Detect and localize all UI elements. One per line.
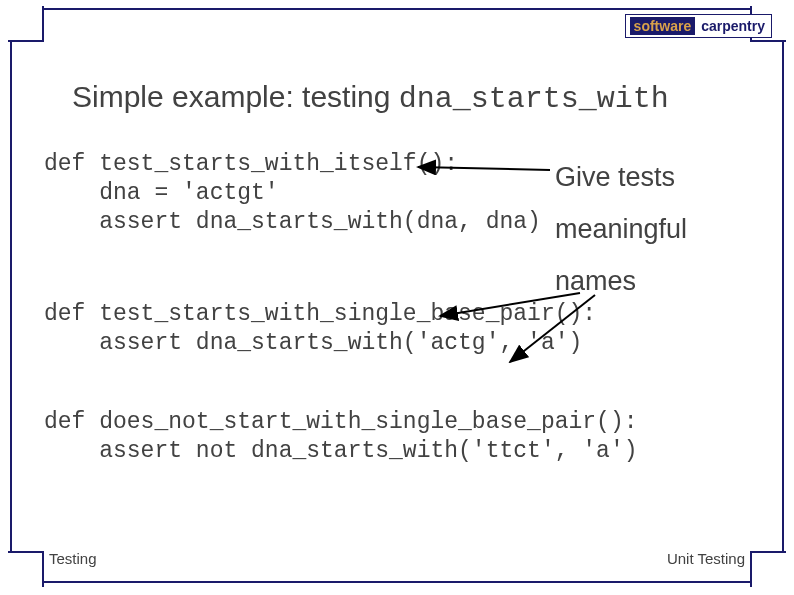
corner-top-left bbox=[8, 6, 44, 42]
logo-carpentry: carpentry bbox=[699, 17, 767, 35]
code-block-1: def test_starts_with_itself(): dna = 'ac… bbox=[44, 150, 541, 236]
brand-logo: software carpentry bbox=[625, 14, 772, 38]
annotation-line-1: Give tests bbox=[555, 152, 675, 203]
page-title: Simple example: testing dna_starts_with bbox=[72, 80, 669, 116]
title-symbol: dna_starts_with bbox=[399, 82, 669, 116]
code-block-2: def test_starts_with_single_base_pair():… bbox=[44, 300, 596, 358]
footer-left: Testing bbox=[44, 550, 102, 567]
annotation-line-2: meaningful bbox=[555, 204, 687, 255]
footer-right: Unit Testing bbox=[662, 550, 750, 567]
annotation-line-3: names bbox=[555, 256, 636, 307]
title-prefix: Simple example: testing bbox=[72, 80, 399, 113]
logo-software: software bbox=[630, 17, 696, 35]
code-block-3: def does_not_start_with_single_base_pair… bbox=[44, 408, 638, 466]
corner-bottom-right bbox=[750, 551, 786, 587]
corner-bottom-left bbox=[8, 551, 44, 587]
